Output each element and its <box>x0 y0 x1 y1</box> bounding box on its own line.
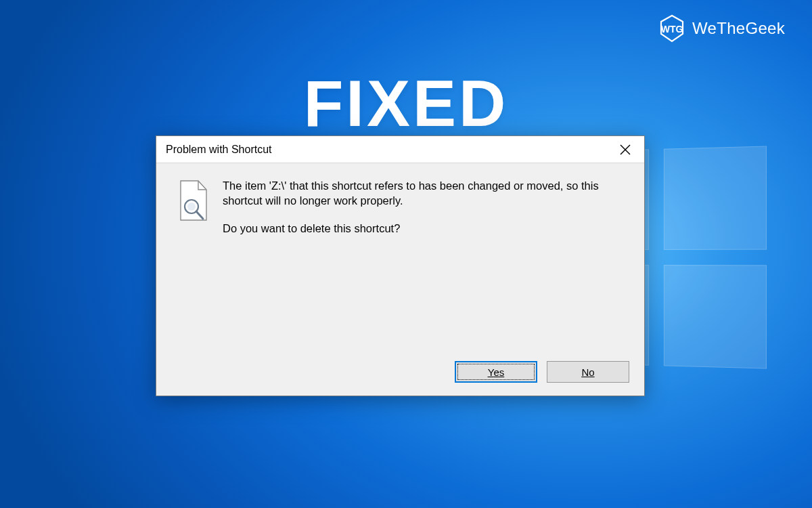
yes-button[interactable]: Yes <box>455 361 537 383</box>
brand-watermark: WTG WeTheGeek <box>657 14 785 43</box>
brand-name: WeTheGeek <box>692 19 785 38</box>
dialog-window: Problem with Shortcut The item 'Z:\' tha… <box>156 135 645 396</box>
close-icon <box>620 144 631 155</box>
dialog-titlebar[interactable]: Problem with Shortcut <box>156 136 644 163</box>
wethegeek-logo-icon: WTG <box>657 14 687 43</box>
no-button[interactable]: No <box>547 361 629 383</box>
close-button[interactable] <box>606 136 644 163</box>
svg-text:WTG: WTG <box>661 24 683 35</box>
dialog-body: The item 'Z:\' that this shortcut refers… <box>156 163 644 355</box>
dialog-message-main: The item 'Z:\' that this shortcut refers… <box>223 178 625 209</box>
yes-button-label: Yes <box>488 366 504 378</box>
dialog-message: The item 'Z:\' that this shortcut refers… <box>223 178 625 341</box>
dialog-message-question: Do you want to delete this shortcut? <box>223 221 625 236</box>
dialog-title: Problem with Shortcut <box>166 144 272 156</box>
file-search-icon <box>175 179 210 223</box>
no-button-label: No <box>581 366 594 378</box>
headline-text: FIXED <box>304 71 509 136</box>
svg-point-4 <box>187 203 196 211</box>
dialog-button-row: Yes No <box>156 355 644 396</box>
